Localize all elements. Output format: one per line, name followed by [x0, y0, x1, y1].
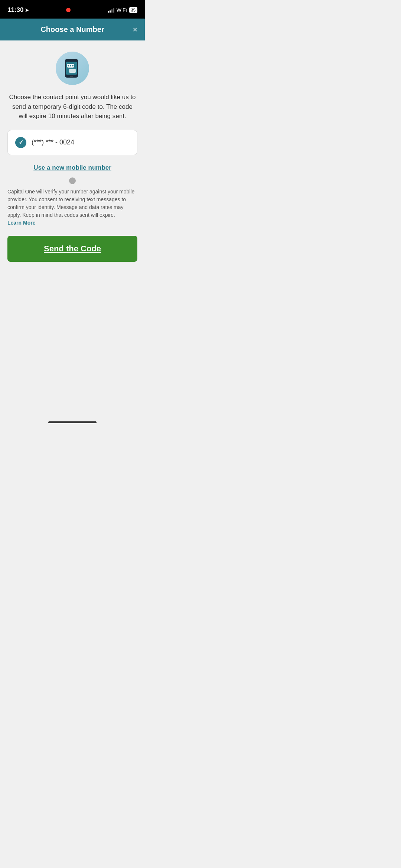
signal-bar-3: [111, 9, 113, 13]
status-icons: WiFi 35: [108, 7, 137, 13]
page-title: Choose a Number: [40, 25, 104, 34]
phone-message-svg: [61, 57, 84, 79]
svg-point-3: [68, 65, 69, 66]
phone-icon: [56, 52, 89, 85]
home-indicator: [48, 421, 97, 423]
signal-bar-4: [113, 8, 114, 13]
drag-indicator: [69, 177, 76, 184]
disclaimer-section: Capital One will verify your number agai…: [7, 188, 137, 228]
signal-icon: [108, 7, 114, 13]
location-icon: ➤: [25, 7, 29, 13]
learn-more-link[interactable]: Learn More: [7, 220, 35, 226]
home-indicator-container: [0, 418, 145, 431]
status-time: 11:30 ➤: [7, 6, 29, 14]
close-button[interactable]: ×: [133, 26, 137, 34]
signal-bar-2: [110, 10, 111, 13]
page-header: Choose a Number ×: [0, 19, 145, 40]
phone-icon-container: [56, 52, 89, 85]
checkmark-icon: ✓: [19, 139, 23, 146]
svg-rect-6: [69, 69, 76, 73]
battery-percent: 35: [129, 7, 137, 13]
recording-indicator: [66, 8, 71, 12]
disclaimer-text: Capital One will verify your number agai…: [7, 188, 137, 227]
status-bar: 11:30 ➤ WiFi 35: [0, 0, 145, 19]
svg-rect-7: [70, 76, 73, 77]
svg-point-5: [72, 65, 74, 66]
dynamic-island: [46, 4, 91, 16]
disclaimer-body: Capital One will verify your number agai…: [7, 189, 134, 218]
bottom-area: [0, 269, 145, 418]
wifi-icon: WiFi: [117, 7, 127, 13]
phone-number: (***) *** - 0024: [32, 138, 74, 146]
battery-icon: 35: [129, 7, 137, 13]
signal-bar-1: [108, 11, 109, 13]
check-circle: ✓: [15, 137, 26, 148]
phone-number-option[interactable]: ✓ (***) *** - 0024: [7, 130, 137, 155]
time-label: 11:30: [7, 6, 23, 14]
svg-point-4: [70, 65, 71, 66]
main-content: Choose the contact point you would like …: [0, 40, 145, 269]
send-code-button[interactable]: Send the Code: [7, 236, 137, 262]
description-text: Choose the contact point you would like …: [7, 92, 137, 121]
new-number-link[interactable]: Use a new mobile number: [33, 164, 111, 172]
